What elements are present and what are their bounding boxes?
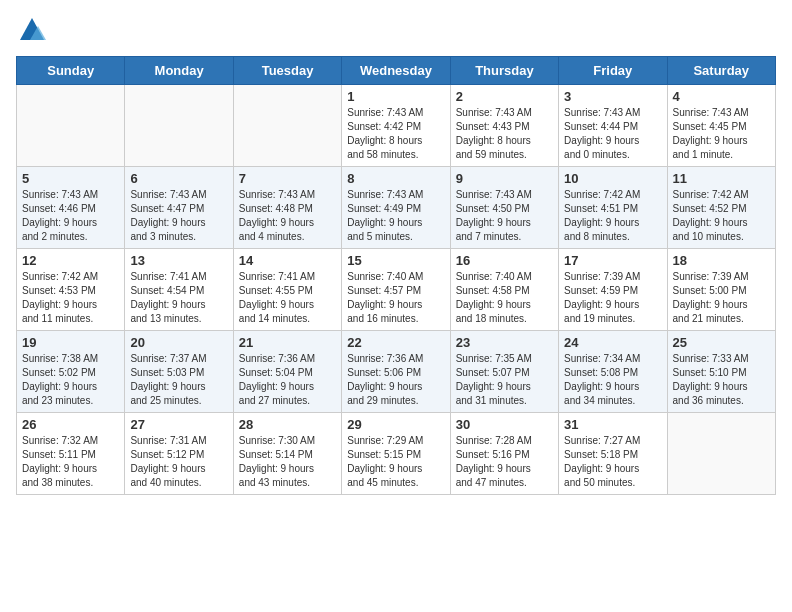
calendar-cell: 17Sunrise: 7:39 AM Sunset: 4:59 PM Dayli… [559,249,667,331]
calendar-cell [233,85,341,167]
calendar-body: 1Sunrise: 7:43 AM Sunset: 4:42 PM Daylig… [17,85,776,495]
calendar-cell: 18Sunrise: 7:39 AM Sunset: 5:00 PM Dayli… [667,249,775,331]
calendar-cell: 29Sunrise: 7:29 AM Sunset: 5:15 PM Dayli… [342,413,450,495]
cell-content: Sunrise: 7:28 AM Sunset: 5:16 PM Dayligh… [456,434,553,490]
calendar-cell: 4Sunrise: 7:43 AM Sunset: 4:45 PM Daylig… [667,85,775,167]
page-header [16,16,776,44]
calendar-cell: 10Sunrise: 7:42 AM Sunset: 4:51 PM Dayli… [559,167,667,249]
calendar-cell: 7Sunrise: 7:43 AM Sunset: 4:48 PM Daylig… [233,167,341,249]
calendar-week-5: 26Sunrise: 7:32 AM Sunset: 5:11 PM Dayli… [17,413,776,495]
cell-content: Sunrise: 7:38 AM Sunset: 5:02 PM Dayligh… [22,352,119,408]
weekday-saturday: Saturday [667,57,775,85]
day-number: 25 [673,335,770,350]
day-number: 9 [456,171,553,186]
cell-content: Sunrise: 7:43 AM Sunset: 4:43 PM Dayligh… [456,106,553,162]
cell-content: Sunrise: 7:42 AM Sunset: 4:51 PM Dayligh… [564,188,661,244]
calendar-cell [125,85,233,167]
day-number: 24 [564,335,661,350]
day-number: 27 [130,417,227,432]
day-number: 7 [239,171,336,186]
cell-content: Sunrise: 7:43 AM Sunset: 4:50 PM Dayligh… [456,188,553,244]
day-number: 2 [456,89,553,104]
calendar-cell: 13Sunrise: 7:41 AM Sunset: 4:54 PM Dayli… [125,249,233,331]
calendar-week-4: 19Sunrise: 7:38 AM Sunset: 5:02 PM Dayli… [17,331,776,413]
cell-content: Sunrise: 7:43 AM Sunset: 4:46 PM Dayligh… [22,188,119,244]
cell-content: Sunrise: 7:39 AM Sunset: 5:00 PM Dayligh… [673,270,770,326]
cell-content: Sunrise: 7:42 AM Sunset: 4:53 PM Dayligh… [22,270,119,326]
calendar-cell: 1Sunrise: 7:43 AM Sunset: 4:42 PM Daylig… [342,85,450,167]
day-number: 3 [564,89,661,104]
day-number: 16 [456,253,553,268]
day-number: 14 [239,253,336,268]
weekday-monday: Monday [125,57,233,85]
cell-content: Sunrise: 7:41 AM Sunset: 4:55 PM Dayligh… [239,270,336,326]
calendar-table: SundayMondayTuesdayWednesdayThursdayFrid… [16,56,776,495]
calendar-cell: 9Sunrise: 7:43 AM Sunset: 4:50 PM Daylig… [450,167,558,249]
day-number: 15 [347,253,444,268]
logo-icon [18,16,46,44]
cell-content: Sunrise: 7:32 AM Sunset: 5:11 PM Dayligh… [22,434,119,490]
logo [16,16,46,44]
cell-content: Sunrise: 7:31 AM Sunset: 5:12 PM Dayligh… [130,434,227,490]
day-number: 4 [673,89,770,104]
cell-content: Sunrise: 7:43 AM Sunset: 4:47 PM Dayligh… [130,188,227,244]
cell-content: Sunrise: 7:43 AM Sunset: 4:48 PM Dayligh… [239,188,336,244]
day-number: 13 [130,253,227,268]
day-number: 6 [130,171,227,186]
cell-content: Sunrise: 7:41 AM Sunset: 4:54 PM Dayligh… [130,270,227,326]
calendar-cell: 20Sunrise: 7:37 AM Sunset: 5:03 PM Dayli… [125,331,233,413]
cell-content: Sunrise: 7:29 AM Sunset: 5:15 PM Dayligh… [347,434,444,490]
day-number: 29 [347,417,444,432]
calendar-cell: 14Sunrise: 7:41 AM Sunset: 4:55 PM Dayli… [233,249,341,331]
day-number: 18 [673,253,770,268]
day-number: 17 [564,253,661,268]
calendar-cell: 3Sunrise: 7:43 AM Sunset: 4:44 PM Daylig… [559,85,667,167]
calendar-cell: 31Sunrise: 7:27 AM Sunset: 5:18 PM Dayli… [559,413,667,495]
calendar-cell: 25Sunrise: 7:33 AM Sunset: 5:10 PM Dayli… [667,331,775,413]
day-number: 8 [347,171,444,186]
calendar-week-2: 5Sunrise: 7:43 AM Sunset: 4:46 PM Daylig… [17,167,776,249]
calendar-cell: 6Sunrise: 7:43 AM Sunset: 4:47 PM Daylig… [125,167,233,249]
calendar-cell: 2Sunrise: 7:43 AM Sunset: 4:43 PM Daylig… [450,85,558,167]
cell-content: Sunrise: 7:43 AM Sunset: 4:44 PM Dayligh… [564,106,661,162]
calendar-cell: 8Sunrise: 7:43 AM Sunset: 4:49 PM Daylig… [342,167,450,249]
weekday-tuesday: Tuesday [233,57,341,85]
calendar-cell: 12Sunrise: 7:42 AM Sunset: 4:53 PM Dayli… [17,249,125,331]
cell-content: Sunrise: 7:36 AM Sunset: 5:04 PM Dayligh… [239,352,336,408]
day-number: 31 [564,417,661,432]
cell-content: Sunrise: 7:40 AM Sunset: 4:57 PM Dayligh… [347,270,444,326]
cell-content: Sunrise: 7:42 AM Sunset: 4:52 PM Dayligh… [673,188,770,244]
weekday-friday: Friday [559,57,667,85]
day-number: 30 [456,417,553,432]
calendar-cell: 27Sunrise: 7:31 AM Sunset: 5:12 PM Dayli… [125,413,233,495]
calendar-cell: 22Sunrise: 7:36 AM Sunset: 5:06 PM Dayli… [342,331,450,413]
weekday-wednesday: Wednesday [342,57,450,85]
cell-content: Sunrise: 7:39 AM Sunset: 4:59 PM Dayligh… [564,270,661,326]
calendar-cell: 19Sunrise: 7:38 AM Sunset: 5:02 PM Dayli… [17,331,125,413]
calendar-cell: 24Sunrise: 7:34 AM Sunset: 5:08 PM Dayli… [559,331,667,413]
calendar-cell: 16Sunrise: 7:40 AM Sunset: 4:58 PM Dayli… [450,249,558,331]
day-number: 26 [22,417,119,432]
calendar-cell [667,413,775,495]
cell-content: Sunrise: 7:43 AM Sunset: 4:42 PM Dayligh… [347,106,444,162]
weekday-header-row: SundayMondayTuesdayWednesdayThursdayFrid… [17,57,776,85]
cell-content: Sunrise: 7:37 AM Sunset: 5:03 PM Dayligh… [130,352,227,408]
day-number: 10 [564,171,661,186]
cell-content: Sunrise: 7:30 AM Sunset: 5:14 PM Dayligh… [239,434,336,490]
weekday-thursday: Thursday [450,57,558,85]
calendar-week-3: 12Sunrise: 7:42 AM Sunset: 4:53 PM Dayli… [17,249,776,331]
day-number: 11 [673,171,770,186]
day-number: 22 [347,335,444,350]
day-number: 19 [22,335,119,350]
day-number: 28 [239,417,336,432]
cell-content: Sunrise: 7:34 AM Sunset: 5:08 PM Dayligh… [564,352,661,408]
calendar-cell: 15Sunrise: 7:40 AM Sunset: 4:57 PM Dayli… [342,249,450,331]
calendar-cell [17,85,125,167]
cell-content: Sunrise: 7:40 AM Sunset: 4:58 PM Dayligh… [456,270,553,326]
calendar-cell: 11Sunrise: 7:42 AM Sunset: 4:52 PM Dayli… [667,167,775,249]
cell-content: Sunrise: 7:36 AM Sunset: 5:06 PM Dayligh… [347,352,444,408]
calendar-cell: 30Sunrise: 7:28 AM Sunset: 5:16 PM Dayli… [450,413,558,495]
day-number: 20 [130,335,227,350]
calendar-cell: 5Sunrise: 7:43 AM Sunset: 4:46 PM Daylig… [17,167,125,249]
day-number: 5 [22,171,119,186]
